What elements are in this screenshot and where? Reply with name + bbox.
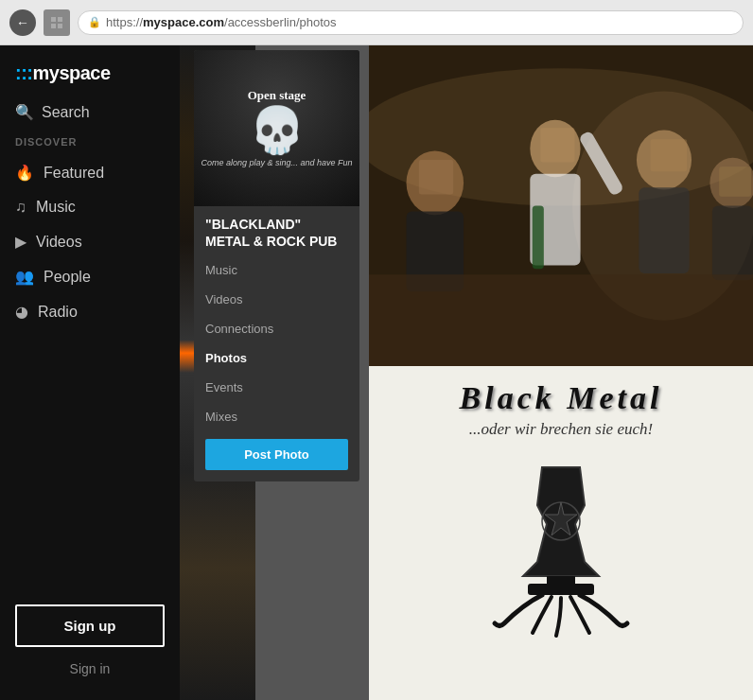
sidebar-item-label-people: People	[44, 269, 91, 286]
svg-rect-0	[51, 17, 56, 22]
sidebar-item-featured[interactable]: 🔥 Featured	[0, 155, 180, 190]
post-photo-button[interactable]: Post Photo	[205, 439, 348, 470]
window-icon	[44, 9, 70, 36]
discover-label: DISCOVER	[0, 136, 180, 155]
address-bar[interactable]: 🔒 https://myspace.com/accessberlin/photo…	[78, 10, 744, 35]
svg-rect-19	[540, 128, 574, 162]
svg-rect-17	[533, 206, 544, 270]
sidebar-item-label-featured: Featured	[44, 165, 104, 182]
search-section: 🔍 Search	[0, 94, 180, 136]
menu-item-mixes[interactable]: Mixes	[194, 402, 359, 431]
music-icon: ♫	[15, 199, 26, 216]
profile-image: Open stage 💀 Come along play & sing... a…	[194, 50, 359, 206]
logo-dots: :::	[15, 62, 32, 83]
people-icon: 👥	[15, 268, 34, 286]
menu-item-photos[interactable]: Photos	[194, 343, 359, 373]
svg-rect-23	[528, 584, 594, 595]
sidebar-item-radio[interactable]: ◕ Radio	[0, 294, 180, 329]
sidebar-item-label-music: Music	[36, 199, 76, 216]
menu-item-music[interactable]: Music	[194, 255, 359, 285]
svg-rect-15	[712, 206, 753, 281]
profile-dropdown: Open stage 💀 Come along play & sing... a…	[194, 50, 359, 481]
url-path: /accessberlin/photos	[224, 15, 337, 29]
back-button[interactable]: ←	[9, 9, 36, 36]
skull-graphic: 💀	[249, 108, 306, 153]
svg-rect-3	[58, 24, 62, 28]
menu-item-events[interactable]: Events	[194, 373, 359, 402]
svg-rect-13	[639, 187, 689, 273]
blackmetal-illustration	[476, 448, 646, 638]
browser-chrome: ← 🔒 https://myspace.com/accessberlin/pho…	[0, 0, 753, 45]
logo: :::myspace	[0, 45, 180, 94]
page-wrapper: :::myspace 🔍 Search DISCOVER 🔥 Featured …	[0, 45, 753, 700]
profile-menu: Music Videos Connections Photos Events M…	[194, 255, 359, 431]
photos-area: Black Metal ...oder wir brechen sie euch…	[369, 45, 753, 700]
signin-link[interactable]: Sign in	[0, 656, 180, 681]
svg-rect-2	[51, 24, 56, 28]
logo-name: myspace	[32, 62, 110, 83]
svg-rect-20	[650, 139, 687, 171]
come-along-text: Come along play & sing... and have Fun	[201, 158, 352, 169]
open-stage-text: Open stage	[248, 88, 306, 103]
lock-icon: 🔒	[88, 16, 101, 28]
sidebar: :::myspace 🔍 Search DISCOVER 🔥 Featured …	[0, 45, 180, 700]
main-content: Open stage 💀 Come along play & sing... a…	[180, 45, 753, 700]
svg-rect-21	[719, 166, 751, 196]
signup-button[interactable]: Sign up	[15, 604, 165, 647]
svg-rect-22	[547, 576, 575, 584]
sidebar-item-videos[interactable]: ▶ Videos	[0, 224, 180, 259]
sidebar-item-label-radio: Radio	[38, 304, 78, 321]
sidebar-item-label-videos: Videos	[36, 234, 82, 251]
menu-item-connections[interactable]: Connections	[194, 314, 359, 343]
sidebar-item-music[interactable]: ♫ Music	[0, 190, 180, 224]
search-row[interactable]: 🔍 Search	[15, 103, 165, 121]
flame-icon: 🔥	[15, 164, 34, 182]
video-icon: ▶	[15, 233, 26, 251]
photo-people-bg	[369, 45, 753, 366]
search-icon: 🔍	[15, 103, 34, 121]
blackmetal-title: Black Metal	[460, 380, 663, 416]
profile-name: "BLACKLAND" METAL & ROCK PUB	[194, 206, 359, 255]
radio-icon: ◕	[15, 303, 28, 321]
search-label: Search	[42, 104, 90, 121]
svg-rect-1	[58, 17, 62, 22]
sidebar-item-people[interactable]: 👥 People	[0, 259, 180, 294]
blackmetal-subtitle: ...oder wir brechen sie euch!	[469, 420, 653, 439]
svg-rect-16	[369, 274, 753, 366]
photo-blackmetal: Black Metal ...oder wir brechen sie euch…	[369, 366, 753, 700]
url-domain: myspace.com	[143, 15, 224, 29]
svg-rect-18	[419, 160, 453, 194]
photo-people	[369, 45, 753, 366]
url-prefix: https://	[106, 15, 143, 29]
menu-item-videos[interactable]: Videos	[194, 285, 359, 314]
